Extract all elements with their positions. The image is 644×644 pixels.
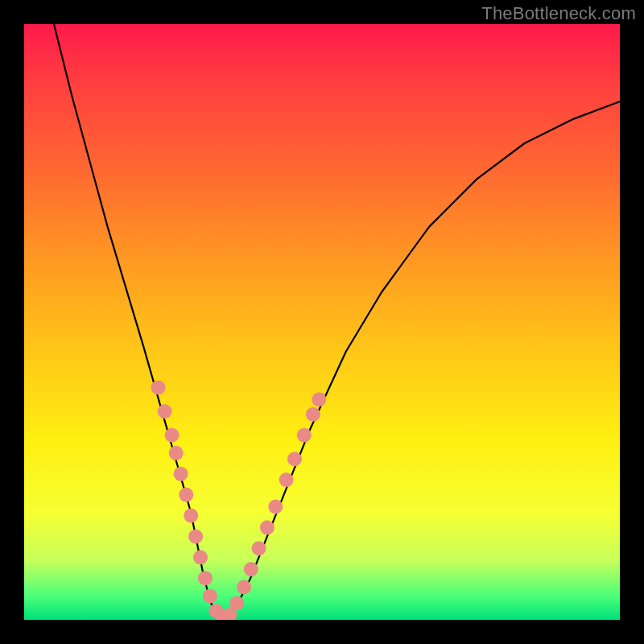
curve-dot bbox=[297, 428, 312, 443]
chart-svg bbox=[24, 24, 620, 620]
curve-dot bbox=[184, 509, 198, 523]
curve-dot bbox=[237, 580, 251, 594]
dot-layer bbox=[151, 380, 327, 620]
curve-dot bbox=[165, 428, 180, 443]
curve-dot bbox=[279, 473, 294, 487]
curve-dot bbox=[203, 588, 217, 603]
curve-dot bbox=[252, 541, 266, 555]
curve-dot bbox=[193, 550, 208, 564]
curve-dot bbox=[306, 407, 320, 422]
curve-dot bbox=[244, 562, 258, 576]
curve-dot bbox=[260, 520, 275, 535]
curve-dot bbox=[268, 499, 283, 514]
curve-dot bbox=[229, 596, 244, 610]
bottleneck-curve bbox=[54, 24, 620, 620]
curve-dot bbox=[158, 404, 172, 419]
plot-area bbox=[24, 24, 620, 620]
curve-dot bbox=[174, 467, 188, 481]
watermark-text: TheBottleneck.com bbox=[481, 3, 636, 24]
curve-dot bbox=[151, 380, 166, 394]
curve-dot bbox=[312, 392, 326, 407]
curve-dot bbox=[188, 529, 203, 543]
curve-dot bbox=[179, 488, 193, 502]
curve-dot bbox=[287, 452, 302, 466]
curve-dot bbox=[198, 571, 213, 585]
curve-dot bbox=[169, 446, 184, 460]
chart-frame: TheBottleneck.com bbox=[0, 0, 644, 644]
